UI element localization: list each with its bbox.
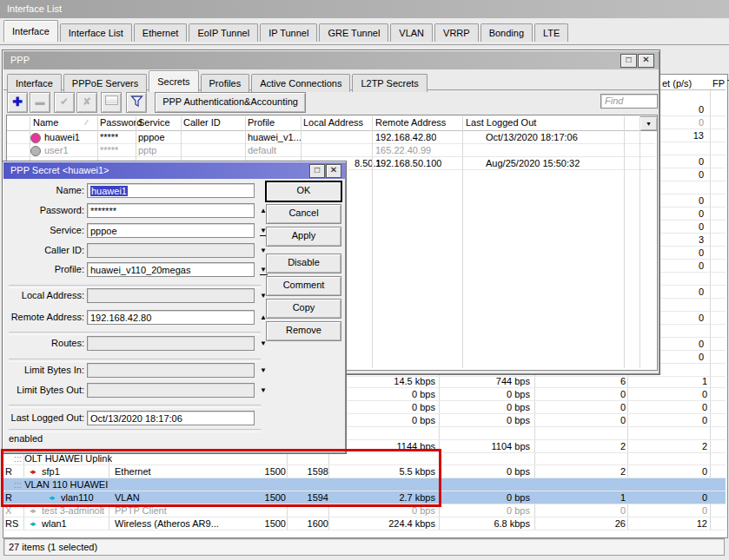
ppp-titlebar[interactable]: PPP — [3, 51, 659, 69]
ppp-auth-button[interactable]: PPP Authentication&Accounting — [155, 92, 306, 113]
apply-button[interactable]: Apply — [266, 227, 341, 247]
field-input-routes[interactable] — [87, 336, 255, 351]
cell-rx-packet: 0 — [626, 414, 707, 427]
tab-eoip-tunnel[interactable]: EoIP Tunnel — [189, 23, 258, 42]
cell-last-logged-out: Aug/25/2020 15:50:32 — [486, 157, 580, 170]
column-header-fp-tx[interactable]: FP T — [712, 77, 729, 90]
field-input-last-logged-out[interactable]: Oct/13/2020 18:17:06 — [87, 411, 255, 425]
secrets-header-profile[interactable]: Profile — [248, 116, 275, 129]
ppp-tab-pppoe-servers[interactable]: PPPoE Servers — [63, 74, 147, 92]
cell-rx-packet: 0 — [626, 401, 707, 414]
field-input-local-address[interactable] — [87, 288, 255, 303]
filter-button[interactable] — [126, 92, 147, 113]
comment-button[interactable]: Comment — [266, 276, 341, 296]
secrets-header-caller-id[interactable]: Caller ID — [183, 116, 221, 129]
interface-list-titlebar[interactable]: Interface List — [0, 0, 729, 18]
column-select-button[interactable]: ▼ — [640, 116, 658, 131]
ppp-tab-secrets[interactable]: Secrets — [149, 70, 198, 92]
secrets-header-name[interactable]: Name — [33, 116, 58, 129]
secrets-header-remote-address[interactable]: Remote Address — [375, 116, 446, 129]
cell-rx-packet: 0 — [626, 465, 707, 478]
cancel-button[interactable]: Cancel — [266, 204, 341, 224]
field-input-profile[interactable]: huawei_v110_20megas — [87, 262, 255, 277]
dialog-close-icon[interactable]: ✕ — [326, 164, 341, 178]
cell-tx: 14.5 kbps — [345, 375, 435, 388]
cell-rx: 1104 bps — [440, 440, 530, 453]
cell-rx-packet: 0 — [626, 388, 707, 401]
ok-button[interactable]: OK — [266, 181, 341, 201]
divider — [9, 405, 261, 408]
status-text: 27 items (1 selected) — [9, 542, 97, 552]
tab-vrrp[interactable]: VRRP — [434, 23, 479, 42]
maximize-icon[interactable]: □ — [620, 54, 637, 68]
spinner-down-icon[interactable]: ▼ — [256, 363, 270, 378]
gridline — [462, 116, 463, 368]
divider — [9, 332, 261, 335]
disable-button[interactable]: ✘ — [76, 92, 97, 113]
chevron-down-icon: ▼ — [646, 121, 652, 127]
remove-button[interactable]: ▬ — [30, 92, 50, 113]
copy-button[interactable]: Copy — [266, 299, 341, 319]
dropdown-bar — [260, 274, 268, 275]
cell-service: pppoe — [138, 131, 165, 144]
field-input-caller-id[interactable] — [87, 243, 255, 258]
secrets-header-last-logged-out[interactable]: Last Logged Out — [466, 116, 536, 129]
tab-gre-tunnel[interactable]: GRE Tunnel — [319, 23, 388, 42]
interface-row[interactable]: RS◂▸wlan1Wireless (Atheros AR9...1500160… — [3, 517, 726, 530]
tab-interface[interactable]: Interface — [3, 20, 58, 42]
dialog-maximize-icon[interactable]: □ — [309, 164, 325, 178]
secrets-header-local-address[interactable]: Local Address — [303, 116, 363, 129]
tab-vlan[interactable]: VLAN — [390, 23, 433, 42]
comment-button[interactable] — [101, 92, 122, 113]
cell-tx-packet: 2 — [544, 440, 626, 453]
remove-icon: ▬ — [36, 96, 45, 107]
add-icon: ✚ — [12, 95, 23, 109]
ppp-tab-l2tp-secrets[interactable]: L2TP Secrets — [352, 74, 427, 92]
disable-button[interactable]: Disable — [266, 254, 341, 273]
close-icon[interactable]: ✕ — [638, 54, 654, 68]
field-input-remote-address[interactable]: 192.168.42.80 — [87, 310, 255, 325]
field-input-limit-bytes-in[interactable] — [87, 363, 255, 378]
cell-rx: 0 bps — [440, 414, 530, 427]
tab-bonding[interactable]: Bonding — [480, 23, 533, 42]
tab-lte[interactable]: LTE — [534, 23, 568, 42]
add-button[interactable]: ✚ — [7, 92, 28, 113]
field-input-service[interactable]: pppoe — [87, 223, 255, 238]
field-input-name[interactable]: huawei1 — [87, 183, 255, 198]
find-input[interactable]: Find — [600, 94, 658, 109]
dialog-status: enabled — [9, 432, 43, 445]
field-input-password[interactable]: ******* — [87, 203, 255, 218]
divider — [9, 359, 261, 362]
field-input-limit-bytes-out[interactable] — [87, 383, 255, 398]
cell-l2mtu: 1600 — [264, 517, 328, 530]
ppp-title: PPP — [10, 55, 30, 65]
cell-profile: huawei_v1... — [248, 131, 302, 144]
ppp-tab-profiles[interactable]: Profiles — [201, 74, 250, 92]
tab-ethernet[interactable]: Ethernet — [134, 23, 188, 42]
spinner-down-icon[interactable]: ▼ — [256, 383, 270, 398]
user-icon — [30, 146, 41, 158]
secrets-header-service[interactable]: Service — [138, 116, 170, 129]
screen: { "interface_list": { "title": "Interfac… — [0, 0, 729, 560]
ppp-tab-active-connections[interactable]: Active Connections — [251, 74, 350, 92]
column-header-packet[interactable]: et (p/s) — [662, 77, 692, 90]
remove-button[interactable]: Remove — [266, 321, 341, 341]
dialog-titlebar[interactable]: PPP Secret <huawei1> — [3, 162, 345, 179]
ppp-auth-label: PPP Authentication&Accounting — [162, 96, 298, 107]
ppp-tab-interface[interactable]: Interface — [7, 74, 62, 92]
cell-rx-packet: 0 — [626, 491, 707, 504]
enable-button[interactable]: ✔ — [54, 92, 75, 113]
field-label-limit-bytes-in: Limit Bytes In: — [6, 363, 84, 378]
ppp-tabbar: InterfacePPPoE ServersSecretsProfilesAct… — [3, 69, 659, 90]
field-label-name: Name: — [6, 183, 84, 198]
cell-tx: 0 bps — [345, 388, 435, 401]
disable-icon: ✘ — [83, 96, 91, 108]
secret-row[interactable]: huawei1*****pppoehuawei_v1...192.168.42.… — [7, 131, 655, 144]
cell-rx: 744 bps — [440, 375, 530, 388]
user-glyph — [30, 146, 41, 156]
field-label-routes: Routes: — [6, 336, 84, 351]
cell-rx: 0 bps — [440, 388, 530, 401]
tab-interface-list[interactable]: Interface List — [60, 23, 132, 42]
tab-ip-tunnel[interactable]: IP Tunnel — [260, 23, 317, 42]
secret-row[interactable]: user1*****pptpdefault165.22.40.99 — [7, 144, 655, 157]
